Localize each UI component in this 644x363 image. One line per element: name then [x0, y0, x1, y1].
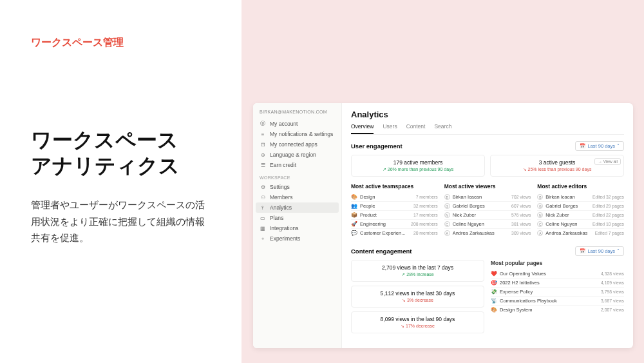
- avatar-icon: A: [444, 230, 450, 236]
- list-item[interactable]: BBirkan Icacan702 views: [444, 193, 531, 202]
- date-filter-button[interactable]: 📅 Last 90 days ˅: [575, 246, 624, 256]
- calendar-icon: 📅: [580, 143, 585, 149]
- list-item[interactable]: CCeline Nguyen381 views: [444, 220, 531, 229]
- sidebar-label: Experiments: [270, 235, 300, 242]
- tab-users[interactable]: Users: [383, 123, 397, 134]
- column-title: Most active editors: [537, 183, 624, 190]
- list-value: Edited 22 pages: [592, 213, 624, 217]
- list-label: Birkan Icacan: [545, 194, 574, 200]
- page-emoji-icon: 👥: [351, 203, 357, 209]
- sidebar-item-my-notifications-settings[interactable]: ≡My notifications & settings: [253, 129, 341, 139]
- list-item[interactable]: 🎯2022 H2 Initiatives4,109 views: [491, 279, 624, 288]
- chevron-down-icon: ˅: [617, 143, 620, 149]
- list-value: 4,109 views: [601, 280, 624, 285]
- sidebar-icon: ⊕: [260, 152, 266, 158]
- sidebar-icon: +: [260, 236, 266, 242]
- sidebar-label: My account: [270, 121, 298, 127]
- active-members-card[interactable]: 179 active members ↗ 26% more than previ…: [351, 155, 485, 177]
- sidebar-item-plans[interactable]: ▭Plans: [253, 213, 341, 223]
- list-label: Communications Playbook: [500, 298, 557, 304]
- list-label: Celine Nguyen: [545, 221, 577, 227]
- sidebar-item-earn-credit[interactable]: ☰Earn credit: [253, 160, 341, 170]
- page-emoji-icon: 🚀: [351, 221, 357, 227]
- sidebar-item-settings[interactable]: ⚙Settings: [253, 182, 341, 192]
- sidebar-icon: ⚇: [260, 195, 266, 201]
- list-item[interactable]: 🎨Design System2,007 views: [491, 306, 624, 314]
- settings-sidebar: BIRKAN@MAKENOTION.COM ⒷMy account≡My not…: [253, 103, 342, 348]
- most-active-viewers: Most active viewers BBirkan Icacan702 vi…: [444, 183, 531, 237]
- list-item[interactable]: 🚀Engineering208 members: [351, 220, 438, 229]
- views-stat-card[interactable]: 5,112 views in the last 30 days↘ 3% decr…: [351, 286, 484, 308]
- list-value: Edited 32 pages: [592, 195, 624, 199]
- most-active-editors: Most active editors BBirkan IcacanEdited…: [537, 183, 624, 237]
- views-stat-card[interactable]: 8,099 views in the last 90 days↘ 17% dec…: [351, 311, 484, 333]
- avatar-icon: A: [537, 230, 543, 236]
- list-item[interactable]: ❤️Our Operating Values4,328 views: [491, 270, 624, 279]
- date-filter-button[interactable]: 📅 Last 90 days ˅: [575, 141, 624, 151]
- list-label: Our Operating Values: [500, 271, 546, 277]
- list-value: 4,328 views: [601, 271, 624, 276]
- avatar-icon: B: [537, 194, 543, 200]
- column-title: Most popular pages: [491, 260, 624, 266]
- sidebar-item-integrations[interactable]: ▦Integrations: [253, 223, 341, 233]
- stat-delta: ↘ 17% decrease: [355, 324, 480, 329]
- app-window: BIRKAN@MAKENOTION.COM ⒷMy account≡My not…: [253, 103, 633, 348]
- list-item[interactable]: BBirkan IcacanEdited 32 pages: [537, 193, 624, 202]
- views-stat-card[interactable]: 2,709 views in the last 7 days↗ 28% incr…: [351, 260, 484, 282]
- list-item[interactable]: 📡Communications Playbook3,687 views: [491, 297, 624, 306]
- list-item[interactable]: AAndrea Zarkauskas309 views: [444, 229, 531, 237]
- user-engagement-title: User engagement: [351, 142, 402, 150]
- page-emoji-icon: 🎯: [491, 280, 497, 286]
- list-label: Customer Experien...: [360, 230, 405, 236]
- sidebar-label: Plans: [270, 215, 283, 221]
- sidebar-item-my-account[interactable]: ⒷMy account: [253, 118, 341, 129]
- stat-main: 8,099 views in the last 90 days: [355, 316, 480, 322]
- account-email: BIRKAN@MAKENOTION.COM: [253, 108, 341, 118]
- sidebar-icon: ≡: [260, 132, 266, 137]
- list-value: Edited 7 pages: [595, 231, 624, 235]
- list-item[interactable]: GGabriel BorgesEdited 29 pages: [537, 202, 624, 211]
- stat-main: 179 active members: [355, 159, 480, 166]
- list-label: Andrea Zarkauskas: [453, 230, 495, 236]
- sidebar-item-language-region[interactable]: ⊕Language & region: [253, 150, 341, 160]
- body-copy: 管理者やユーザーがワークスペースの活用状況をより正確に把握して組織の情報共有を促…: [31, 197, 211, 246]
- avatar-icon: N: [537, 212, 543, 218]
- active-guests-card[interactable]: → View all 3 active guests ↘ 25% less th…: [490, 155, 624, 177]
- tab-content[interactable]: Content: [406, 123, 426, 134]
- view-all-button[interactable]: → View all: [594, 158, 621, 165]
- list-label: Design: [360, 194, 375, 200]
- tab-search[interactable]: Search: [434, 123, 451, 134]
- sidebar-item-experiments[interactable]: +Experiments: [253, 233, 341, 244]
- list-value: 20 members: [413, 231, 438, 235]
- sidebar-icon: ▦: [260, 226, 266, 231]
- list-item[interactable]: 🎨Design7 members: [351, 193, 438, 202]
- sidebar-item-members[interactable]: ⚇Members: [253, 192, 341, 202]
- sidebar-label: Integrations: [270, 225, 298, 231]
- list-item[interactable]: 👥People32 members: [351, 202, 438, 211]
- list-value: 576 views: [511, 213, 531, 217]
- list-value: 3,798 views: [601, 289, 624, 294]
- list-value: 607 views: [511, 204, 531, 208]
- list-item[interactable]: NNick ZuberEdited 22 pages: [537, 211, 624, 220]
- list-label: 2022 H2 Initiatives: [500, 280, 540, 286]
- sidebar-item-my-connected-apps[interactable]: ⊡My connected apps: [253, 139, 341, 150]
- list-item[interactable]: 📦Product17 members: [351, 211, 438, 220]
- page-emoji-icon: 💬: [351, 230, 357, 236]
- column-title: Most active teamspaces: [351, 183, 438, 190]
- list-item[interactable]: 💸Expense Policy3,798 views: [491, 288, 624, 297]
- tab-overview[interactable]: Overview: [351, 123, 374, 134]
- list-item[interactable]: AAndrea ZarkauskasEdited 7 pages: [537, 229, 624, 237]
- list-label: Engineering: [360, 221, 386, 227]
- list-item[interactable]: 💬Customer Experien...20 members: [351, 229, 438, 237]
- list-label: Design System: [500, 307, 532, 313]
- page-title: Analytics: [351, 110, 624, 119]
- list-label: Nick Zuber: [545, 212, 569, 218]
- list-item[interactable]: NNick Zuber576 views: [444, 211, 531, 220]
- list-item[interactable]: GGabriel Borges607 views: [444, 202, 531, 211]
- column-title: Most active viewers: [444, 183, 531, 190]
- list-value: 381 views: [511, 222, 531, 226]
- stat-delta: ↘ 25% less than previous 90 days: [495, 167, 620, 172]
- list-item[interactable]: CCeline NguyenEdited 10 pages: [537, 220, 624, 229]
- sidebar-item-analytics[interactable]: ⫯Analytics: [256, 202, 339, 213]
- page-emoji-icon: 🎨: [491, 307, 497, 313]
